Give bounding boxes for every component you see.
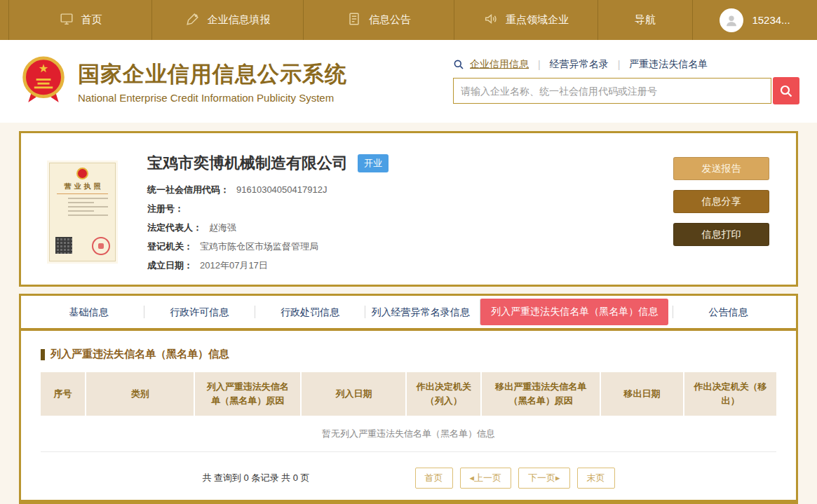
company-field-row: 统一社会信用代码： 91610304050417912J [147,184,652,196]
company-actions: 发送报告信息分享信息打印 [673,147,769,272]
table-header-cell: 类别 [86,372,195,416]
table-header-cell: 列入日期 [302,372,407,416]
pagination-button[interactable]: 末页 [577,468,615,489]
nav-left-spacer [0,0,9,40]
license-text-line [68,214,108,216]
nav-item-label: 重点领域企业 [506,13,569,27]
field-value: 2012年07月17日 [200,259,268,271]
company-name: 宝鸡市奕博机械制造有限公司 [147,153,348,174]
detail-tab-bar: 基础信息行政许可信息行政处罚信息列入经营异常名录信息列入严重违法失信名单（黑名单… [21,296,796,328]
table-header-cell: 移出严重违法失信名单（黑名单）原因 [482,372,601,416]
company-field-row: 登记机关： 宝鸡市陈仓区市场监督管理局 [147,240,652,252]
field-label: 统一社会信用代码： [147,184,229,196]
license-text-line [68,202,94,203]
company-field-row: 注册号： [147,203,652,214]
table-header-cell: 作出决定机关（列入） [407,372,482,416]
table-header-row: 序号类别列入严重违法失信名单（黑名单）原因列入日期作出决定机关（列入）移出严重违… [41,372,776,416]
company-card: 营业执照 宝鸡市奕博机械制造有限公司 开业 统一社会信用代码： 91610304… [19,131,798,287]
license-text-line [68,206,108,207]
company-name-row: 宝鸡市奕博机械制造有限公司 开业 [147,153,652,174]
business-license-thumbnail: 营业执照 [49,163,116,261]
divider: | [618,59,621,70]
record-summary: 共 查询到 0 条记录 共 0 页 [202,472,309,484]
section-title: 列入严重违法失信名单（黑名单）信息 [50,348,229,361]
license-title: 营业执照 [50,182,115,191]
site-titles: 国家企业信用信息公示系统 National Enterprise Credit … [78,60,347,104]
pagination-buttons: 首页◂上一页下一页▸末页 [415,468,615,489]
field-value: 赵海强 [209,222,236,233]
search-row [453,77,799,104]
license-red-seal [92,237,110,255]
nav-item-home[interactable]: 首页 [9,0,152,40]
field-label: 法定代表人： [147,222,202,233]
company-field-row: 法定代表人： 赵海强 [147,222,652,233]
search-icon [453,59,464,70]
search-tab-abnormal-operations[interactable]: 经营异常名录 [550,58,609,71]
license-qr-code [55,237,72,254]
detail-tab[interactable]: 公告信息 [673,306,783,318]
search-input[interactable] [453,78,771,104]
detail-tab[interactable]: 列入严重违法失信名单（黑名单）信息 [480,299,668,325]
search-tab-enterprise-credit[interactable]: 企业信用信息 [470,58,529,71]
nav-item-navigation[interactable]: 导航 [598,0,693,40]
nav-item-label: 首页 [81,13,102,27]
license-text-line [68,198,108,199]
license-emblem-icon [76,168,88,179]
field-label: 登记机关： [147,240,193,252]
nav-item-label: 导航 [635,13,656,27]
action-button[interactable]: 信息打印 [673,223,769,246]
divider: | [538,59,541,70]
table-header-cell: 作出决定机关（移出） [684,372,776,416]
site-subtitle: National Enterprise Credit Information P… [78,92,347,104]
search-tabs: 企业信用信息 | 经营异常名录 | 严重违法失信名单 [453,58,799,71]
pagination-button[interactable]: ◂上一页 [460,468,512,489]
field-label: 注册号： [147,203,184,214]
speaker-icon [483,11,499,29]
tab-content: 列入严重违法失信名单（黑名单）信息 序号类别列入严重违法失信名单（黑名单）原因列… [21,331,796,500]
nav-item-label: 企业信息填报 [208,13,271,27]
detail-card: 基础信息行政许可信息行政处罚信息列入经营异常名录信息列入严重违法失信名单（黑名单… [19,294,798,504]
company-info: 宝鸡市奕博机械制造有限公司 开业 统一社会信用代码： 9161030405041… [147,147,652,272]
detail-tab[interactable]: 基础信息 [34,306,144,318]
section-marker [41,349,45,360]
company-fields: 统一社会信用代码： 91610304050417912J 注册号： 法定代表人：… [147,184,652,271]
nav-item-enterprise-filing[interactable]: 企业信息填报 [152,0,304,40]
monitor-icon [59,11,74,29]
license-rule [57,193,108,194]
national-emblem-icon [20,55,67,108]
table-header-cell: 移出日期 [601,372,684,416]
pagination-button[interactable]: 首页 [415,468,453,489]
document-icon [346,11,362,29]
pagination-button[interactable]: 下一页▸ [518,468,570,489]
table-empty-message: 暂无列入严重违法失信名单（黑名单）信息 [41,416,776,452]
detail-tab[interactable]: 行政许可信息 [144,306,255,318]
action-button[interactable]: 信息分享 [673,190,769,213]
detail-tab[interactable]: 列入经营异常名录信息 [365,306,475,318]
table-header-cell: 序号 [41,372,86,416]
nav-item-info-notice[interactable]: 信息公告 [304,0,454,40]
license-text-line [68,210,94,212]
main-content: 营业执照 宝鸡市奕博机械制造有限公司 开业 统一社会信用代码： 91610304… [0,123,817,504]
table-header-cell: 列入严重违法失信名单（黑名单）原因 [195,372,302,416]
search-button[interactable] [773,77,799,104]
search-group: 企业信用信息 | 经营异常名录 | 严重违法失信名单 [453,58,799,104]
section-title-row: 列入严重违法失信名单（黑名单）信息 [41,348,776,361]
field-value: 91610304050417912J [236,184,327,196]
nav-item-label: 信息公告 [369,13,411,27]
site-header: 国家企业信用信息公示系统 National Enterprise Credit … [0,40,817,123]
user-account[interactable]: 15234... [693,0,817,40]
nav-item-key-field-enterprise[interactable]: 重点领域企业 [454,0,598,40]
user-name: 15234... [752,14,790,26]
top-navigation: 首页 企业信息填报 信息公告 重点领域企业 导航 15234... [0,0,817,40]
pen-icon [185,11,201,29]
search-tab-serious-violations[interactable]: 严重违法失信名单 [629,58,708,71]
detail-tab[interactable]: 行政处罚信息 [255,306,365,318]
field-label: 成立日期： [147,259,193,271]
logo-group: 国家企业信用信息公示系统 National Enterprise Credit … [20,55,347,108]
company-field-row: 成立日期： 2012年07月17日 [147,259,652,271]
user-avatar-icon [720,8,743,32]
pagination: 共 查询到 0 条记录 共 0 页 首页◂上一页下一页▸末页 [41,452,776,500]
action-button[interactable]: 发送报告 [673,157,769,180]
status-badge: 开业 [358,154,389,172]
site-title: 国家企业信用信息公示系统 [78,60,347,89]
